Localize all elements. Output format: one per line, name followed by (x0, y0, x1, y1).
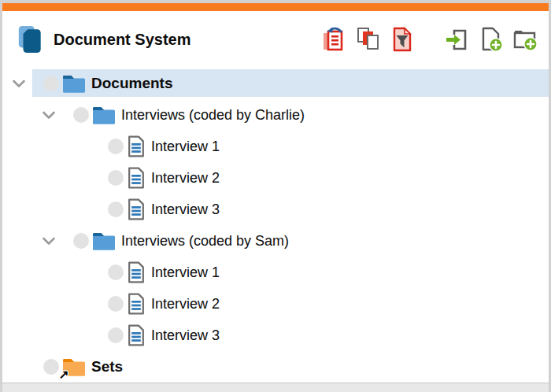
tree-item-label: Interviews (coded by Charlie) (121, 107, 305, 124)
tree-row-interview-2-sam[interactable]: Interview 2 (2, 288, 549, 320)
folder-blue-icon (62, 73, 86, 94)
document-system-panel: Document System (0, 0, 551, 392)
folder-blue-icon (92, 231, 116, 251)
tree-row-interview-3-sam[interactable]: Interview 3 (2, 320, 549, 351)
tree-item-label: Sets (91, 358, 123, 375)
tree-row-interviews-charlie[interactable]: Interviews (coded by Charlie) (2, 99, 549, 131)
tree-item-label: Interview 2 (151, 170, 220, 187)
new-document-group-icon[interactable] (511, 24, 539, 54)
document-icon (127, 198, 146, 220)
activation-dot[interactable] (43, 359, 59, 375)
activation-dot[interactable] (43, 76, 59, 91)
import-icon[interactable] (443, 24, 471, 54)
panel-header: Document System (2, 11, 549, 68)
tree-item-label: Interview 1 (151, 264, 220, 281)
documents-stack-icon (17, 24, 43, 55)
document-icon (127, 135, 146, 157)
toolbar (320, 24, 539, 54)
tree-item-label: Interview 3 (151, 202, 220, 218)
tree-row-interviews-sam[interactable]: Interviews (coded by Sam) (2, 225, 549, 257)
activation-dot[interactable] (108, 139, 124, 154)
filter-documents-icon[interactable] (388, 24, 416, 54)
tree-item-label: Interview 3 (151, 327, 220, 344)
tree-row-interview-3-charlie[interactable]: Interview 3 (2, 194, 549, 225)
new-document-icon[interactable] (477, 24, 505, 54)
activation-dot[interactable] (108, 202, 124, 217)
chevron-down-icon[interactable] (40, 232, 57, 250)
folder-sets-icon: ↗ (62, 357, 86, 377)
tree-row-documents[interactable]: Documents (2, 68, 549, 99)
tree-row-sets[interactable]: ↗ Sets (2, 351, 549, 383)
folder-blue-icon (92, 105, 116, 125)
document-icon (127, 324, 146, 346)
activation-dot[interactable] (108, 264, 124, 280)
document-icon (127, 167, 146, 189)
panel-title: Document System (54, 31, 191, 49)
activation-dot[interactable] (73, 233, 89, 249)
tree-row-interview-1-sam[interactable]: Interview 1 (2, 257, 549, 288)
tree-row-interview-2-charlie[interactable]: Interview 2 (2, 162, 549, 194)
tree-row-interview-1-charlie[interactable]: Interview 1 (2, 131, 549, 162)
document-icon (127, 261, 146, 283)
tree-item-label: Documents (91, 75, 172, 92)
activation-dot[interactable] (108, 327, 124, 343)
activation-dot[interactable] (108, 296, 124, 312)
activated-documents-icon[interactable] (354, 24, 383, 54)
reset-activations-icon[interactable] (320, 24, 349, 54)
panel-body: Document System (2, 3, 549, 392)
document-tree: Documents Interviews (coded by Charlie) … (2, 68, 549, 383)
tree-item-label: Interview 2 (151, 296, 220, 312)
activation-dot[interactable] (73, 107, 89, 123)
chevron-down-icon[interactable] (40, 106, 57, 124)
chevron-down-icon[interactable] (10, 75, 28, 92)
shortcut-arrow-icon: ↗ (59, 368, 69, 382)
accent-bar (2, 3, 549, 11)
activation-dot[interactable] (108, 170, 124, 186)
bottom-border (2, 383, 549, 392)
document-icon (127, 293, 146, 315)
tree-item-label: Interview 1 (151, 139, 220, 155)
tree-item-label: Interviews (coded by Sam) (121, 233, 289, 250)
